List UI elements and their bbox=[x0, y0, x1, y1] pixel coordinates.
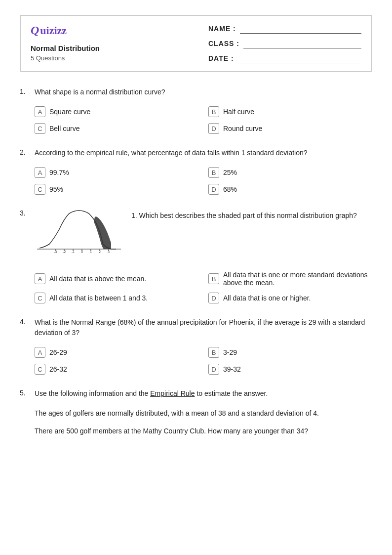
answer-3d: D All data that is one or higher. bbox=[208, 293, 372, 303]
header-left: Quizizz Normal Distribution 5 Questions bbox=[31, 24, 100, 62]
header-right: NAME : CLASS : DATE : bbox=[208, 24, 361, 63]
answer-2a-label: A bbox=[35, 167, 45, 178]
answer-3b-label: B bbox=[208, 273, 219, 284]
svg-text:-2: -2 bbox=[63, 250, 66, 253]
header-box: Quizizz Normal Distribution 5 Questions … bbox=[20, 15, 372, 72]
answer-4c-label: C bbox=[35, 364, 45, 375]
answer-2a-text: 99.7% bbox=[49, 169, 69, 176]
answer-3a-text: All data that is above the mean. bbox=[49, 275, 146, 283]
question-3-num: 3. bbox=[20, 209, 30, 262]
answer-1b-text: Half curve bbox=[223, 108, 254, 116]
answer-1b: B Half curve bbox=[208, 106, 372, 117]
svg-text:-3: -3 bbox=[54, 250, 57, 253]
answer-3b-text: All data that is one or more standard de… bbox=[223, 271, 372, 287]
answer-2d-text: 68% bbox=[223, 185, 237, 193]
answer-4a-text: 26-29 bbox=[49, 348, 67, 356]
question-3: 3. -3 -2 bbox=[20, 209, 372, 303]
answer-1d-label: D bbox=[208, 123, 219, 134]
answer-3d-text: All data that is one or higher. bbox=[223, 294, 311, 302]
question-4-answers: A 26-29 B 3-29 C 26-32 D 39-32 bbox=[35, 347, 372, 375]
empirical-rule-link[interactable]: Empirical Rule bbox=[150, 389, 195, 397]
logo: Quizizz bbox=[31, 24, 100, 37]
question-5-text: Use the following information and the Em… bbox=[35, 388, 268, 399]
class-line[interactable] bbox=[243, 39, 361, 48]
answer-1d: D Round curve bbox=[208, 123, 372, 134]
quiz-subtitle: 5 Questions bbox=[31, 54, 100, 62]
question-1-row: 1. What shape is a normal distribution c… bbox=[20, 87, 372, 97]
question-5: 5. Use the following information and the… bbox=[20, 388, 372, 437]
question-2-text: According to the empirical rule, what pe… bbox=[35, 148, 308, 158]
answer-4c: C 26-32 bbox=[35, 364, 198, 375]
answer-2c: C 95% bbox=[35, 184, 198, 195]
question-1-num: 1. bbox=[20, 87, 30, 97]
name-field-row: NAME : bbox=[208, 24, 361, 34]
question-2-num: 2. bbox=[20, 148, 30, 158]
answer-2a: A 99.7% bbox=[35, 167, 198, 178]
answer-2c-label: C bbox=[35, 184, 45, 195]
date-field-row: DATE : bbox=[208, 53, 361, 63]
answer-4a-label: A bbox=[35, 347, 45, 358]
answer-4d: D 39-32 bbox=[208, 364, 372, 375]
question-1-text: What shape is a normal distribution curv… bbox=[35, 87, 165, 97]
answer-1b-label: B bbox=[208, 106, 219, 117]
question-1-answers: A Square curve B Half curve C Bell curve… bbox=[35, 106, 372, 134]
svg-text:1: 1 bbox=[90, 250, 92, 253]
answer-1a: A Square curve bbox=[35, 106, 198, 117]
answer-2b-label: B bbox=[208, 167, 219, 178]
question-4-text: What is the Normal Range (68%) of the an… bbox=[35, 317, 372, 338]
answer-3c: C All data that is between 1 and 3. bbox=[35, 293, 198, 303]
question-4: 4. What is the Normal Range (68%) of the… bbox=[20, 317, 372, 375]
question-5-num: 5. bbox=[20, 388, 30, 399]
answer-2d-label: D bbox=[208, 184, 219, 195]
question-3-text: 1. Which best describes the shaded part … bbox=[131, 209, 357, 221]
question-2-row: 2. According to the empirical rule, what… bbox=[20, 148, 372, 158]
page: Quizizz Normal Distribution 5 Questions … bbox=[0, 0, 392, 555]
answer-4d-text: 39-32 bbox=[223, 365, 241, 373]
answer-1a-label: A bbox=[35, 106, 45, 117]
question-3-content: -3 -2 -1 0 1 2 3 bbox=[35, 209, 372, 253]
answer-1d-text: Round curve bbox=[223, 125, 262, 132]
answer-3c-label: C bbox=[35, 293, 45, 303]
answer-3a: A All data that is above the mean. bbox=[35, 271, 198, 287]
answer-4b-text: 3-29 bbox=[223, 348, 237, 356]
question-1: 1. What shape is a normal distribution c… bbox=[20, 87, 372, 134]
answer-1c: C Bell curve bbox=[35, 123, 198, 134]
quiz-title: Normal Distribution bbox=[31, 44, 100, 52]
answer-1a-text: Square curve bbox=[49, 108, 90, 116]
svg-text:2: 2 bbox=[99, 250, 101, 253]
answer-2b: B 25% bbox=[208, 167, 372, 178]
answer-3b: B All data that is one or more standard … bbox=[208, 271, 372, 287]
logo-rest: uizizz bbox=[40, 24, 67, 37]
question-2-answers: A 99.7% B 25% C 95% D 68% bbox=[35, 167, 372, 195]
answer-1c-text: Bell curve bbox=[49, 125, 79, 132]
answer-4b-label: B bbox=[208, 347, 219, 358]
answer-3d-label: D bbox=[208, 293, 219, 303]
answer-2d: D 68% bbox=[208, 184, 372, 195]
name-line[interactable] bbox=[240, 24, 361, 34]
date-label: DATE : bbox=[208, 54, 235, 62]
question-3-row: 3. -3 -2 bbox=[20, 209, 372, 262]
question-3-answers: A All data that is above the mean. B All… bbox=[35, 271, 372, 303]
svg-text:0: 0 bbox=[81, 250, 83, 253]
answer-4a: A 26-29 bbox=[35, 347, 198, 358]
answer-4b: B 3-29 bbox=[208, 347, 372, 358]
question-4-num: 4. bbox=[20, 317, 30, 338]
question-5-extra-2: There are 500 golf members at the Mathy … bbox=[35, 426, 372, 436]
date-line[interactable] bbox=[239, 53, 361, 63]
answer-3a-label: A bbox=[35, 273, 45, 284]
answer-4c-text: 26-32 bbox=[49, 365, 67, 373]
answer-1c-label: C bbox=[35, 123, 45, 134]
class-field-row: CLASS : bbox=[208, 39, 361, 48]
svg-text:-1: -1 bbox=[72, 250, 75, 253]
answer-2b-text: 25% bbox=[223, 169, 237, 176]
question-5-extra-1: The ages of golfers are normally distrib… bbox=[35, 408, 372, 419]
answer-3c-text: All data that is between 1 and 3. bbox=[49, 294, 148, 302]
question-2: 2. According to the empirical rule, what… bbox=[20, 148, 372, 195]
name-label: NAME : bbox=[208, 25, 236, 33]
answer-2c-text: 95% bbox=[49, 185, 63, 193]
bell-curve-image: -3 -2 -1 0 1 2 3 bbox=[35, 209, 123, 253]
question-5-row: 5. Use the following information and the… bbox=[20, 388, 372, 399]
logo-q: Q bbox=[31, 24, 39, 37]
bell-curve-svg: -3 -2 -1 0 1 2 3 bbox=[35, 209, 123, 253]
svg-text:3: 3 bbox=[108, 250, 110, 253]
